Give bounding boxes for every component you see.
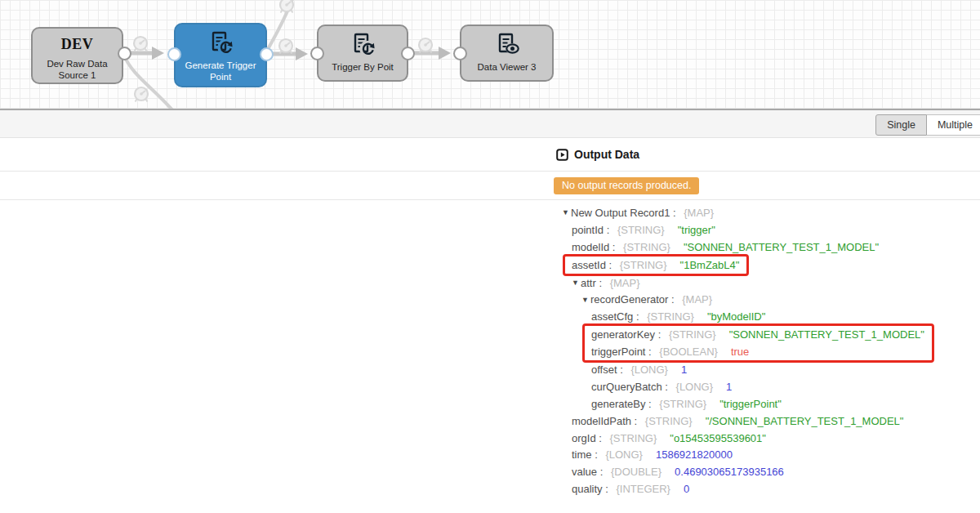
tree-key: recordGenerator : bbox=[590, 293, 677, 306]
tree-key: attr : bbox=[581, 277, 605, 289]
highlight-red-box: assetId : {STRING}"1BmZabL4" bbox=[563, 254, 749, 276]
tree-type: {STRING} bbox=[645, 415, 693, 427]
connector-dot-output[interactable] bbox=[260, 47, 274, 61]
tree-row-pointid: pointId : {STRING}"trigger" bbox=[562, 221, 980, 239]
tree-type: {MAP} bbox=[682, 293, 712, 306]
pipeline-canvas[interactable]: DEV Dev Raw Data Source 1 Generate Trigg… bbox=[0, 0, 980, 110]
tree-row-curquerybatch: curQueryBatch : {LONG}1 bbox=[562, 378, 980, 395]
node-label: Trigger By Poit bbox=[318, 62, 407, 74]
connector-dot-output[interactable] bbox=[118, 47, 131, 60]
connector-dot-input[interactable] bbox=[310, 47, 324, 60]
tree-row-value: value : {DOUBLE}0.46903065173935166 bbox=[562, 463, 980, 480]
tree-key: triggerPoint : bbox=[591, 346, 654, 358]
tree-value: "/SONNEN_BATTERY_TEST_1_MODEL" bbox=[706, 415, 904, 427]
tree-value: "1BmZabL4" bbox=[680, 259, 740, 271]
tree-type: {LONG} bbox=[605, 448, 643, 461]
tree-type: {STRING} bbox=[623, 241, 670, 253]
tree-row-attr: ▼attr : {MAP} bbox=[562, 274, 980, 292]
output-record-tree: ▼New Output Record1 : {MAP}pointId : {ST… bbox=[0, 200, 980, 497]
tree-type: {STRING} bbox=[647, 310, 694, 323]
node-label: Dev Raw Data Source 1 bbox=[33, 59, 122, 81]
record-mode-toggle: Single Multiple bbox=[875, 114, 980, 136]
tree-key: modelIdPath : bbox=[572, 415, 640, 427]
tree-row-generateby: generateBy : {STRING}"triggerPoint" bbox=[562, 395, 980, 413]
tree-key: generatorKey : bbox=[591, 328, 664, 341]
node-trigger-by-poit[interactable]: Trigger By Poit bbox=[317, 25, 408, 82]
node-dev-logo: DEV bbox=[33, 36, 122, 53]
tree-value: "byModelID" bbox=[707, 310, 765, 323]
tree-key: orgId : bbox=[572, 432, 604, 444]
tree-value: 1 bbox=[726, 381, 732, 393]
tree-type: {LONG} bbox=[676, 381, 714, 393]
tree-key: pointId : bbox=[572, 224, 612, 236]
tree-key: New Output Record1 : bbox=[571, 207, 679, 219]
tree-key: curQueryBatch : bbox=[591, 381, 671, 393]
tree-row-modelidpath: modelIdPath : {STRING}"/SONNEN_BATTERY_T… bbox=[562, 413, 980, 430]
output-data-section-header: Output Data bbox=[0, 138, 980, 172]
tree-type: {STRING} bbox=[617, 224, 665, 236]
node-label: Generate Trigger Point bbox=[176, 60, 265, 83]
tree-row-modelid: modelId : {STRING}"SONNEN_BATTERY_TEST_1… bbox=[562, 239, 980, 256]
no-output-records-badge: No output records produced. bbox=[554, 177, 699, 194]
collapse-arrow-icon[interactable]: ▼ bbox=[572, 279, 581, 287]
tree-value: 0.46903065173935166 bbox=[675, 466, 784, 478]
tree-type: {LONG} bbox=[630, 364, 668, 376]
node-dev-raw-data-source[interactable]: DEV Dev Raw Data Source 1 bbox=[31, 27, 123, 84]
tree-value: "trigger" bbox=[678, 224, 715, 236]
connector-dot-input[interactable] bbox=[167, 47, 181, 61]
node-generate-trigger-point[interactable]: Generate Trigger Point bbox=[174, 23, 267, 87]
tree-row-generatorkey: generatorKey : {STRING}"SONNEN_BATTERY_T… bbox=[591, 326, 924, 343]
multiple-mode-button[interactable]: Multiple bbox=[927, 114, 980, 136]
play-square-icon bbox=[556, 149, 568, 161]
tree-row-triggerpoint: triggerPoint : {BOOLEAN}true bbox=[591, 343, 924, 360]
tree-key: generateBy : bbox=[591, 398, 654, 410]
tree-row-time: time : {LONG}1586921820000 bbox=[562, 446, 980, 463]
tree-value: "o15453595539601" bbox=[670, 432, 766, 444]
tree-type: {BOOLEAN} bbox=[659, 346, 718, 358]
tree-type: {STRING} bbox=[620, 259, 667, 271]
tree-type: {MAP} bbox=[684, 207, 714, 219]
highlight-red-box: generatorKey : {STRING}"SONNEN_BATTERY_T… bbox=[582, 323, 934, 363]
collapse-arrow-icon[interactable]: ▼ bbox=[581, 296, 590, 304]
collapse-arrow-icon[interactable]: ▼ bbox=[562, 208, 571, 216]
tree-type: {STRING} bbox=[669, 328, 716, 341]
tree-value: true bbox=[731, 346, 749, 358]
single-mode-button[interactable]: Single bbox=[875, 114, 927, 136]
connector-dot-output[interactable] bbox=[401, 47, 415, 60]
tree-key: assetId : bbox=[572, 259, 615, 271]
section-title: Output Data bbox=[574, 148, 639, 161]
tree-value: "triggerPoint" bbox=[719, 398, 782, 410]
tree-key: assetCfg : bbox=[591, 310, 642, 323]
tree-type: {INTEGER} bbox=[616, 483, 670, 495]
tree-type: {STRING} bbox=[609, 432, 657, 444]
tree-row-assetcfg: assetCfg : {STRING}"byModelID" bbox=[562, 308, 980, 325]
document-eye-icon bbox=[461, 32, 552, 58]
tree-key: modelId : bbox=[572, 241, 618, 253]
tree-value: "SONNEN_BATTERY_TEST_1_MODEL" bbox=[684, 241, 879, 253]
tree-value: 1586921820000 bbox=[656, 448, 733, 461]
tree-key: offset : bbox=[591, 364, 626, 376]
tree-type: {DOUBLE} bbox=[611, 466, 662, 478]
connector-dot-input[interactable] bbox=[453, 47, 467, 60]
tree-row-orgid: orgId : {STRING}"o15453595539601" bbox=[562, 430, 980, 447]
document-refresh-icon bbox=[318, 32, 407, 58]
tree-value: 1 bbox=[681, 364, 687, 376]
tree-value: "SONNEN_BATTERY_TEST_1_MODEL" bbox=[729, 328, 924, 341]
tree-value: 0 bbox=[684, 483, 689, 495]
tree-type: {MAP} bbox=[610, 277, 640, 289]
tree-row-quality: quality : {INTEGER}0 bbox=[562, 480, 980, 497]
tree-row-recordgenerator: ▼recordGenerator : {MAP} bbox=[562, 291, 980, 308]
node-data-viewer-3[interactable]: Data Viewer 3 bbox=[460, 25, 554, 82]
tree-row-new-output-record1: ▼New Output Record1 : {MAP} bbox=[562, 204, 980, 221]
tree-type: {STRING} bbox=[659, 398, 706, 410]
tree-row-assetid: assetId : {STRING}"1BmZabL4" bbox=[572, 256, 739, 274]
tree-row-offset: offset : {LONG}1 bbox=[562, 361, 980, 378]
tree-key: time : bbox=[572, 448, 600, 461]
notice-row: No output records produced. bbox=[0, 172, 980, 200]
tree-key: quality : bbox=[572, 483, 611, 495]
node-label: Data Viewer 3 bbox=[461, 62, 552, 74]
document-refresh-icon bbox=[176, 30, 265, 56]
tree-key: value : bbox=[572, 466, 606, 478]
preview-toolbar: Single Multiple bbox=[0, 110, 980, 138]
